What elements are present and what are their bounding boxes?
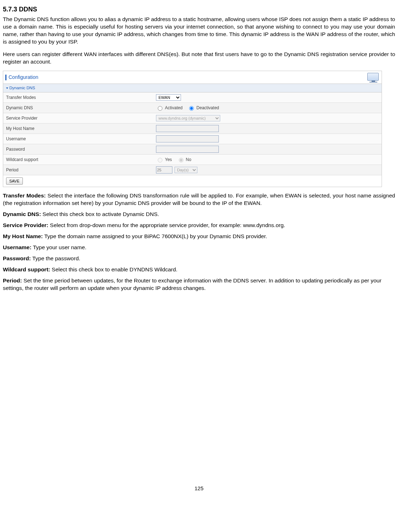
- dynamic-dns-deactivated-label: Deactivated: [196, 105, 219, 111]
- def-dynamic-dns: Dynamic DNS: Select this check box to ac…: [3, 211, 395, 218]
- wildcard-yes-label: Yes: [165, 157, 172, 162]
- service-provider-select[interactable]: www.dyndns.org (dynamic): [156, 115, 220, 121]
- row-username: Username: [3, 134, 382, 144]
- panel-footer: SAVE: [3, 175, 382, 187]
- label-transfer-modes: Transfer Modes: [3, 95, 156, 100]
- label-wildcard: Wildcard support: [3, 157, 156, 162]
- wildcard-no-label: No: [186, 157, 191, 162]
- def-transfer-modes: Transfer Modes: Select the interface the…: [3, 192, 395, 207]
- panel-header-title: Configuration: [9, 74, 38, 81]
- def-password: Password: Type the password.: [3, 255, 395, 262]
- collapse-arrow-icon: [6, 87, 8, 89]
- row-password: Password: [3, 144, 382, 155]
- panel-header: Configuration: [3, 71, 382, 84]
- row-wildcard: Wildcard support Yes No: [3, 155, 382, 165]
- period-unit-select[interactable]: Day(s): [175, 167, 197, 173]
- intro-paragraph-2: Here users can register different WAN in…: [3, 51, 395, 66]
- transfer-modes-select[interactable]: EWAN: [156, 94, 181, 101]
- label-period: Period: [3, 167, 156, 173]
- def-my-host-name: My Host Name: Type the domain name assig…: [3, 233, 395, 240]
- def-period: Period: Set the time period between upda…: [3, 277, 395, 292]
- panel-bar-icon: [5, 75, 6, 80]
- def-wildcard: Wildcard support: Select this check box …: [3, 266, 395, 273]
- save-button[interactable]: SAVE: [6, 177, 23, 185]
- wildcard-yes-radio[interactable]: [158, 158, 162, 162]
- row-dynamic-dns: Dynamic DNS Activated Deactivated: [3, 103, 382, 113]
- label-username: Username: [3, 136, 156, 142]
- page-number: 125: [3, 485, 395, 492]
- intro-paragraph-1: The Dynamic DNS function allows you to a…: [3, 16, 395, 46]
- row-transfer-modes: Transfer Modes EWAN: [3, 92, 382, 103]
- wildcard-no-radio[interactable]: [179, 158, 183, 162]
- def-username: Username: Type your user name.: [3, 244, 395, 251]
- label-dynamic-dns: Dynamic DNS: [3, 105, 156, 111]
- monitor-icon: [364, 72, 379, 83]
- dynamic-dns-deactivated-radio[interactable]: [189, 106, 194, 111]
- dynamic-dns-activated-radio[interactable]: [158, 106, 162, 111]
- label-password: Password: [3, 146, 156, 152]
- row-service-provider: Service Provider www.dyndns.org (dynamic…: [3, 113, 382, 124]
- panel-section-heading: Dynamic DNS: [3, 84, 382, 93]
- section-title-text: DDNS: [19, 6, 37, 13]
- dynamic-dns-activated-label: Activated: [165, 105, 182, 111]
- row-period: Period Day(s): [3, 165, 382, 175]
- field-definitions: Transfer Modes: Select the interface the…: [3, 192, 395, 292]
- def-service-provider: Service Provider: Select from drop-down …: [3, 222, 395, 229]
- label-service-provider: Service Provider: [3, 115, 156, 121]
- period-value-input[interactable]: [156, 166, 172, 174]
- password-input[interactable]: [156, 146, 219, 153]
- username-input[interactable]: [156, 135, 219, 142]
- section-heading: 5.7.3 DDNS: [3, 5, 395, 14]
- configuration-panel: Configuration Dynamic DNS Transfer Modes…: [3, 71, 382, 187]
- panel-section-title: Dynamic DNS: [9, 86, 35, 90]
- label-my-host-name: My Host Name: [3, 126, 156, 131]
- section-number: 5.7.3: [3, 6, 17, 13]
- my-host-name-input[interactable]: [156, 125, 219, 132]
- row-my-host-name: My Host Name: [3, 124, 382, 134]
